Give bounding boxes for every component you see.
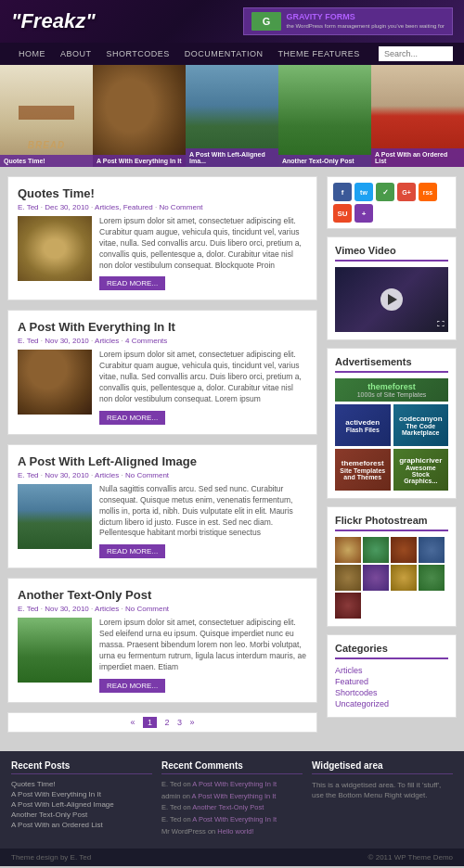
footer-copyright: © 2011 WP Theme Demo xyxy=(368,853,453,862)
stumble-icon[interactable]: SU xyxy=(333,204,352,223)
fc-4: E. Ted on A Post With Everything In It xyxy=(161,815,303,824)
post-2-meta: E. Ted · Nov 30, 2010 · Articles · 4 Com… xyxy=(18,337,307,345)
ad-themeforest-2[interactable]: themeforest Site Templates and Themes xyxy=(335,449,391,491)
fullscreen-icon[interactable]: ⛶ xyxy=(437,320,445,328)
flickr-item-1[interactable] xyxy=(335,537,361,563)
post-3-meta: E. Ted · Nov 30, 2010 · Articles · No Co… xyxy=(18,471,307,479)
rss-icon[interactable]: rss xyxy=(419,183,437,201)
flickr-section: Flickr Photostream xyxy=(327,506,457,627)
post-1-thumb xyxy=(18,216,92,281)
ad-graphicriver[interactable]: graphicriver Awesome Stock Graphics... xyxy=(393,449,449,491)
main-nav: HOME ABOUT SHORTCODES DOCUMENTATION THEM… xyxy=(0,43,464,65)
flickr-item-7[interactable] xyxy=(391,565,417,591)
cat-featured[interactable]: Featured xyxy=(335,676,448,687)
flickr-item-9[interactable] xyxy=(335,593,361,619)
cat-uncategorized[interactable]: Uncategorized xyxy=(335,698,448,709)
slide-4[interactable]: Another Text-Only Post xyxy=(278,65,371,167)
cat-shortcodes[interactable]: Shortcodes xyxy=(335,687,448,698)
vimeo-title: Vimeo Video xyxy=(335,245,448,262)
post-1-body: Lorem ipsum dolor sit amet, consectetuer… xyxy=(99,216,307,290)
fp-5[interactable]: A Post With an Ordered List xyxy=(11,821,152,829)
slide-3[interactable]: A Post With Left-Aligned Ima... xyxy=(186,65,278,167)
gravity-logo: G xyxy=(251,12,281,31)
post-3-excerpt: Nulla sagittis convallis arcu. Sed sed n… xyxy=(99,484,307,539)
ad-t2-name: themeforest xyxy=(342,459,384,467)
pagination-next[interactable]: » xyxy=(190,718,195,727)
flickr-item-4[interactable] xyxy=(419,537,445,563)
site-title: "Freakz" xyxy=(11,9,96,33)
flickr-item-5[interactable] xyxy=(335,565,361,591)
main-content: Quotes Time! E. Ted · Dec 30, 2010 · Art… xyxy=(0,167,464,751)
post-4-read-more[interactable]: READ MORE... xyxy=(99,679,165,693)
recent-posts-title: Recent Posts xyxy=(11,760,152,774)
footer-recent-comments: Recent Comments E. Ted on A Post With Ev… xyxy=(161,760,303,839)
fp-2[interactable]: A Post With Everything In It xyxy=(11,790,152,798)
slide-2[interactable]: A Post With Everything In It xyxy=(93,65,186,167)
flickr-grid xyxy=(335,537,448,619)
fp-3[interactable]: A Post With Left-Aligned Image xyxy=(11,800,152,809)
pagination-1[interactable]: 1 xyxy=(143,717,157,728)
facebook-icon[interactable]: f xyxy=(333,183,352,201)
flickr-item-6[interactable] xyxy=(363,565,389,591)
post-4-thumb xyxy=(18,618,92,683)
fc-5: Mr WordPress on Hello world! xyxy=(161,827,303,836)
nav-theme-features[interactable]: THEME FEATURES xyxy=(271,43,367,65)
nav-home[interactable]: HOME xyxy=(11,43,53,65)
play-triangle-icon xyxy=(388,294,397,305)
post-1: Quotes Time! E. Ted · Dec 30, 2010 · Art… xyxy=(7,176,317,300)
ad-ac-name: activeden xyxy=(345,418,380,427)
slide-1[interactable]: BREAD Quotes Time! xyxy=(0,65,93,167)
post-3-read-more[interactable]: READ MORE... xyxy=(99,544,165,558)
twitter-icon[interactable]: tw xyxy=(354,183,373,201)
ad-activeden[interactable]: activeden Flash Files xyxy=(335,404,391,446)
gravity-banner[interactable]: G GRAVITY FORMS the WordPress form manag… xyxy=(243,7,453,35)
flickr-item-3[interactable] xyxy=(391,537,417,563)
pagination-3[interactable]: 3 xyxy=(177,718,182,727)
play-button[interactable] xyxy=(380,288,403,311)
slide-5[interactable]: A Post With an Ordered List xyxy=(371,65,464,167)
nav-shortcodes[interactable]: SHORTCODES xyxy=(99,43,177,65)
slide-1-caption: Quotes Time! xyxy=(0,155,93,167)
post-1-title: Quotes Time! xyxy=(18,186,307,200)
post-4-title: Another Text-Only Post xyxy=(18,588,307,602)
post-4-inner: Lorem ipsum dolor sit amet, consectetuer… xyxy=(18,618,307,692)
post-2-thumbnail xyxy=(18,350,92,415)
categories-list: Articles Featured Shortcodes Uncategoriz… xyxy=(335,665,448,709)
nav-documentation[interactable]: DOCUMENTATION xyxy=(177,43,271,65)
fc-2: admin on A Post With Everything In It xyxy=(161,792,303,801)
search-input[interactable] xyxy=(379,46,453,61)
checkmark-icon[interactable]: ✓ xyxy=(376,183,394,201)
google-icon[interactable]: G+ xyxy=(397,183,416,201)
flickr-item-2[interactable] xyxy=(363,537,389,563)
cat-articles[interactable]: Articles xyxy=(335,665,448,676)
post-1-meta: E. Ted · Dec 30, 2010 · Articles, Featur… xyxy=(18,203,307,211)
post-3-thumbnail xyxy=(18,484,92,549)
post-1-thumbnail xyxy=(18,216,92,281)
ad-gr-sub: Awesome Stock Graphics... xyxy=(396,465,446,484)
post-2-body: Lorem ipsum dolor sit amet, consectetuer… xyxy=(99,350,307,424)
post-2-read-more[interactable]: READ MORE... xyxy=(99,411,165,425)
pagination-2[interactable]: 2 xyxy=(164,718,169,727)
ad-ac-sub: Flash Files xyxy=(346,427,380,433)
ad-gr-name: graphicriver xyxy=(399,456,442,465)
pagination-prev[interactable]: « xyxy=(130,718,135,727)
ad-cc-sub: The Code Marketplace xyxy=(396,423,446,436)
vimeo-player[interactable]: ⛶ xyxy=(335,267,448,332)
fp-1[interactable]: Quotes Time! xyxy=(11,780,152,788)
hero-slider: BREAD Quotes Time! A Post With Everythin… xyxy=(0,65,464,167)
post-2-thumb xyxy=(18,350,92,415)
ad-themeforest-banner[interactable]: themeforest 1000s of Site Templates xyxy=(335,378,448,402)
post-1-author: E. Ted xyxy=(18,203,39,211)
recent-comments-title: Recent Comments xyxy=(161,760,303,774)
post-2: A Post With Everything In It E. Ted · No… xyxy=(7,310,317,434)
flickr-item-8[interactable] xyxy=(419,565,445,591)
add-icon[interactable]: + xyxy=(354,204,373,223)
widget-text: This is a widgetised area. To fill it 's… xyxy=(312,780,453,800)
post-4-excerpt: Lorem ipsum dolor sit amet, consectetuer… xyxy=(99,618,307,672)
vimeo-section: Vimeo Video ⛶ xyxy=(327,236,457,340)
post-1-read-more[interactable]: READ MORE... xyxy=(99,276,165,290)
nav-about[interactable]: ABOUT xyxy=(53,43,99,65)
fp-4[interactable]: Another Text-Only Post xyxy=(11,811,152,819)
gravity-text: GRAVITY FORMS the WordPress form managem… xyxy=(287,12,445,30)
ad-codecanyon[interactable]: codecanyon The Code Marketplace xyxy=(393,404,449,446)
